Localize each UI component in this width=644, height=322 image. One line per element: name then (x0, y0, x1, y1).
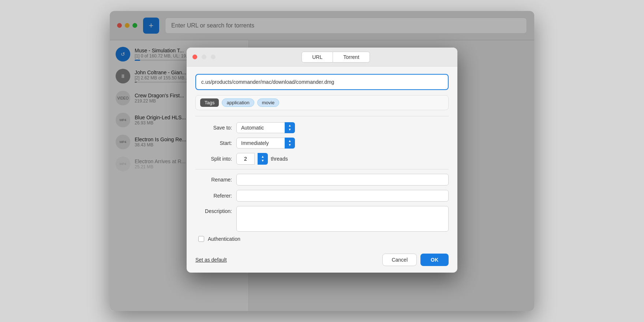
divider (195, 169, 449, 169)
auth-row: Authentication (195, 236, 449, 242)
start-select[interactable]: Immediately (236, 138, 295, 149)
threads-row: ▲ ▼ threads (236, 153, 288, 165)
set-default-button[interactable]: Set as default (195, 257, 227, 263)
threads-stepper-up-icon: ▲ (261, 155, 265, 159)
app-window: + ↺ Muse - Simulation T... [1] 0 of 160.… (110, 11, 534, 311)
tags-row: Tags application movie (195, 95, 449, 110)
tag-badge-0[interactable]: application (222, 98, 254, 107)
form-section: Save to: Automatic ▲ ▼ (195, 116, 449, 232)
modal-dialog: URL Torrent Tags application movie (187, 48, 457, 273)
threads-input[interactable] (236, 153, 255, 165)
threads-label: threads (271, 156, 288, 162)
threads-stepper[interactable]: ▲ ▼ (258, 153, 268, 165)
cancel-button[interactable]: Cancel (382, 254, 417, 266)
modal-overlay: URL Torrent Tags application movie (110, 11, 534, 311)
split-into-label: Split into: (195, 156, 232, 162)
tags-button[interactable]: Tags (200, 98, 219, 107)
referer-row: Referer: (195, 190, 449, 202)
start-row: Start: Immediately ▲ ▼ (195, 138, 449, 149)
save-to-row: Save to: Automatic ▲ ▼ (195, 122, 449, 133)
ok-button[interactable]: OK (420, 254, 449, 266)
url-input[interactable] (195, 74, 449, 90)
referer-input[interactable] (236, 190, 449, 202)
modal-footer: Set as default Cancel OK (187, 254, 457, 273)
tab-torrent[interactable]: Torrent (333, 52, 370, 63)
modal-tabs: URL Torrent (220, 52, 452, 63)
threads-stepper-down-icon: ▼ (261, 159, 265, 163)
save-to-select[interactable]: Automatic (236, 122, 295, 133)
modal-minimize-button[interactable] (202, 55, 206, 59)
save-to-select-wrapper: Automatic ▲ ▼ (236, 122, 295, 133)
rename-label: Rename: (195, 177, 232, 183)
start-select-wrapper: Immediately ▲ ▼ (236, 138, 295, 149)
footer-buttons: Cancel OK (382, 254, 449, 266)
modal-maximize-button[interactable] (211, 55, 216, 59)
start-label: Start: (195, 140, 232, 146)
modal-close-button[interactable] (192, 55, 197, 59)
tag-badge-1[interactable]: movie (257, 98, 280, 107)
modal-titlebar: URL Torrent (187, 48, 457, 67)
url-input-row (195, 74, 449, 90)
referer-label: Referer: (195, 193, 232, 199)
save-to-label: Save to: (195, 125, 232, 131)
rename-row: Rename: (195, 174, 449, 186)
modal-body: Tags application movie Save to: Automati… (187, 67, 457, 254)
auth-checkbox[interactable] (198, 236, 204, 242)
split-into-row: Split into: ▲ ▼ threads (195, 153, 449, 165)
auth-label: Authentication (208, 236, 240, 242)
tab-url[interactable]: URL (302, 52, 333, 63)
description-row: Description: (195, 206, 449, 232)
rename-input[interactable] (236, 174, 449, 186)
description-input[interactable] (236, 206, 449, 232)
description-label: Description: (195, 206, 232, 214)
